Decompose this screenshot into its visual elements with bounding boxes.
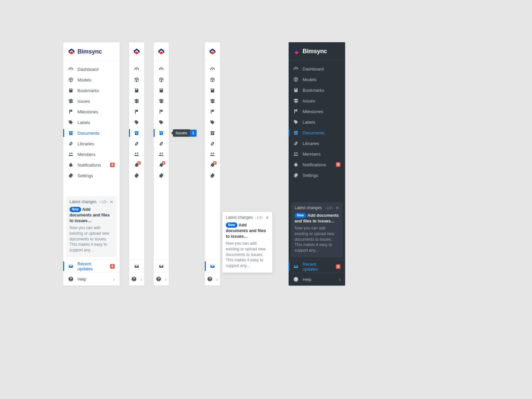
sidebar-item-models[interactable] xyxy=(205,74,220,85)
sidebar-item-label: Members xyxy=(303,152,340,157)
sidebar-item-libraries[interactable]: Libraries xyxy=(64,138,119,149)
sidebar-item-dashboard[interactable]: Dashboard xyxy=(289,64,345,74)
sidebar-item-milestones[interactable]: Milestones xyxy=(289,106,345,117)
sidebar-item-milestones[interactable]: Milestones xyxy=(64,106,119,117)
latest-changes-headline[interactable]: NewAdd documents and files to issues… xyxy=(226,222,269,239)
sidebar-item-issues[interactable] xyxy=(154,96,169,106)
sidebar-item-members[interactable] xyxy=(205,149,220,160)
gauge-icon xyxy=(134,66,139,72)
archive-icon xyxy=(293,130,299,135)
close-icon[interactable]: ✕ xyxy=(335,206,339,210)
brand-header[interactable] xyxy=(205,43,220,61)
new-pill: New xyxy=(226,222,237,228)
sidebar-item-labels[interactable]: Labels xyxy=(64,117,119,128)
sidebar-light-collapsed-popout: 8 › Latest changes ‹ 1/2 › ✕ NewAdd docu… xyxy=(205,42,220,286)
footer-recent-updates[interactable] xyxy=(129,260,144,273)
sidebar-item-documents[interactable]: Issues I xyxy=(154,128,169,138)
nav-tooltip: Issues I xyxy=(171,129,197,137)
sidebar-item-notifications[interactable]: 8 xyxy=(205,160,220,170)
save-icon xyxy=(68,88,73,93)
footer-recent-updates[interactable] xyxy=(205,260,220,273)
close-icon[interactable]: ✕ xyxy=(110,200,113,204)
sidebar-item-labels[interactable] xyxy=(129,117,144,128)
bell-icon: 8 xyxy=(159,162,164,168)
sidebar-item-settings[interactable] xyxy=(154,170,169,181)
sidebar-item-members[interactable] xyxy=(129,149,144,160)
sidebar-item-milestones[interactable] xyxy=(154,106,169,117)
sidebar-item-dashboard[interactable] xyxy=(129,64,144,74)
footer-help[interactable]: Help › xyxy=(64,273,119,285)
close-icon[interactable]: ✕ xyxy=(265,215,269,220)
brand-header[interactable]: Bimsync xyxy=(289,42,345,61)
pager-next[interactable]: › xyxy=(332,206,333,210)
gauge-icon xyxy=(159,66,164,72)
footer-recent-updates[interactable]: Recent updates 6 xyxy=(64,260,119,273)
footer-help[interactable]: Help › xyxy=(289,273,345,286)
sidebar-item-documents[interactable]: Documents xyxy=(289,127,345,138)
brand-header[interactable] xyxy=(154,43,169,61)
sidebar-item-notifications[interactable]: 8 xyxy=(154,160,169,170)
footer-help[interactable]: › xyxy=(205,273,220,285)
brand-header[interactable] xyxy=(129,43,144,61)
sidebar-item-issues[interactable]: Issues xyxy=(64,96,119,106)
sidebar-item-members[interactable] xyxy=(154,149,169,160)
sidebar-item-labels[interactable] xyxy=(154,117,169,128)
sidebar-item-models[interactable] xyxy=(129,74,144,85)
sidebar-item-bookmarks[interactable]: Bookmarks xyxy=(289,85,345,95)
sidebar-item-dashboard[interactable] xyxy=(205,64,220,74)
latest-changes-headline[interactable]: NewAdd documents and files to issues… xyxy=(295,213,339,224)
signpost-icon xyxy=(159,98,164,104)
footer-help[interactable]: › xyxy=(129,273,144,285)
footer-recent-updates[interactable]: Recent updates 6 xyxy=(289,260,345,273)
archive-icon xyxy=(159,130,164,136)
sidebar-item-documents[interactable] xyxy=(129,128,144,138)
sidebar-item-notifications[interactable]: Notifications8 xyxy=(64,160,119,170)
link-icon xyxy=(134,141,139,146)
sidebar-item-models[interactable] xyxy=(154,74,169,85)
sidebar-item-bookmarks[interactable] xyxy=(154,85,169,96)
brand-header[interactable]: Bimsync xyxy=(64,43,119,61)
sidebar-item-libraries[interactable]: Libraries xyxy=(289,138,345,149)
pager-prev[interactable]: ‹ xyxy=(325,206,327,210)
sidebar-item-bookmarks[interactable] xyxy=(205,85,220,96)
footer-help[interactable]: › xyxy=(154,273,169,285)
sidebar-item-milestones[interactable] xyxy=(129,106,144,117)
sidebar-item-libraries[interactable] xyxy=(154,138,169,149)
sidebar-item-labels[interactable] xyxy=(205,117,220,128)
pager-prev[interactable]: ‹ xyxy=(99,200,101,204)
brand-logo-icon xyxy=(209,49,216,55)
sidebar-item-settings[interactable] xyxy=(205,170,220,181)
sidebar-item-settings[interactable]: Settings xyxy=(289,170,345,181)
sidebar-item-issues[interactable] xyxy=(205,96,220,106)
sidebar-item-label: Labels xyxy=(77,120,115,125)
sidebar-light-collapsed-tooltip: Issues I 8 › xyxy=(154,42,169,286)
sidebar-item-dashboard[interactable]: Dashboard xyxy=(64,64,119,74)
sidebar-item-documents[interactable]: Documents xyxy=(64,128,119,138)
sidebar-item-notifications[interactable]: 8 xyxy=(129,160,144,170)
latest-changes-headline[interactable]: NewAdd documents and files to issues… xyxy=(69,207,113,224)
sidebar-item-dashboard[interactable] xyxy=(154,64,169,74)
sidebar-item-labels[interactable]: Labels xyxy=(289,117,345,127)
sidebar-item-bookmarks[interactable]: Bookmarks xyxy=(64,85,119,96)
sidebar-item-models[interactable]: Models xyxy=(289,74,345,85)
sidebar-item-libraries[interactable] xyxy=(205,138,220,149)
sidebar-item-documents[interactable] xyxy=(205,128,220,138)
sidebar-item-settings[interactable]: Settings xyxy=(64,170,119,181)
sidebar-item-issues[interactable] xyxy=(129,96,144,106)
tag-icon xyxy=(68,120,73,125)
sidebar-item-settings[interactable] xyxy=(129,170,144,181)
sidebar-item-milestones[interactable] xyxy=(205,106,220,117)
pager-prev[interactable]: ‹ xyxy=(255,215,256,219)
footer-recent-updates[interactable] xyxy=(154,260,169,273)
brand-name: Bimsync xyxy=(77,48,102,55)
sidebar-item-label: Milestones xyxy=(303,109,340,114)
sidebar-item-members[interactable]: Members xyxy=(289,149,345,159)
sidebar-item-models[interactable]: Models xyxy=(64,74,119,85)
sidebar-item-members[interactable]: Members xyxy=(64,149,119,160)
sidebar-item-issues[interactable]: Issues xyxy=(289,95,345,106)
sidebar-item-libraries[interactable] xyxy=(129,138,144,149)
sidebar-item-notifications[interactable]: Notifications8 xyxy=(289,159,345,170)
pager-next[interactable]: › xyxy=(106,200,108,204)
pager-next[interactable]: › xyxy=(262,215,263,219)
sidebar-item-bookmarks[interactable] xyxy=(129,85,144,96)
